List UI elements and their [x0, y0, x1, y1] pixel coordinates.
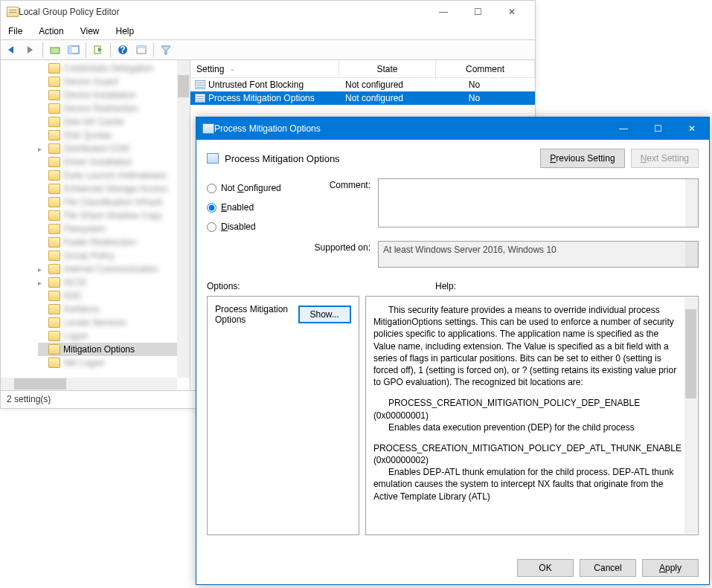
help-panel: This security feature provides a means t…	[365, 296, 699, 535]
setting-state: Not configured	[339, 80, 436, 90]
col-setting[interactable]: Setting⌄	[190, 60, 339, 77]
close-button[interactable]: ✕	[495, 1, 529, 23]
twisty-icon[interactable]: ▸	[38, 279, 45, 287]
folder-icon	[48, 63, 60, 74]
apply-button[interactable]: Apply	[642, 559, 699, 577]
folder-icon	[48, 331, 60, 341]
tree-item[interactable]: ▸Internet Communication	[38, 262, 190, 276]
menu-action[interactable]: Action	[36, 25, 66, 38]
menu-view[interactable]: View	[77, 25, 103, 38]
tree-item[interactable]: Device Guard	[38, 75, 190, 88]
list-row[interactable]: Process Mitigation OptionsNot configured…	[190, 91, 535, 105]
setting-name: Process Mitigation Options	[208, 93, 315, 103]
tree-item[interactable]: Net Logon	[38, 356, 190, 369]
main-titlebar[interactable]: Local Group Policy Editor — ☐ ✕	[1, 1, 535, 23]
tree-item-label: Disk Quotas	[63, 130, 112, 140]
comment-textarea[interactable]	[378, 178, 699, 227]
svg-text:?: ?	[120, 45, 125, 55]
tree-item[interactable]: File Share Shadow Copy	[38, 209, 190, 222]
tree-item-label: Folder Redirection	[63, 237, 136, 248]
tree-item-label: Device Guard	[63, 77, 118, 87]
show-hide-tree-button[interactable]	[65, 42, 82, 58]
tree-item[interactable]: Locale Services	[38, 316, 190, 329]
tree-item[interactable]: Mitigation Options	[38, 343, 190, 356]
tree-item[interactable]: Folder Redirection	[38, 236, 190, 249]
policy-dialog: Process Mitigation Options — ☐ ✕ Process…	[196, 117, 710, 585]
tree-vscrollbar[interactable]	[177, 60, 190, 378]
radio-not-configured[interactable]: Not Configured	[207, 178, 304, 198]
tree-item[interactable]: Driver Installation	[38, 155, 190, 169]
tree-item[interactable]: Kerberos	[38, 303, 190, 316]
tree-pane: Credentials DelegationDevice GuardDevice…	[1, 60, 190, 390]
col-state[interactable]: State	[339, 60, 436, 77]
window-title: Local Group Policy Editor	[19, 7, 426, 17]
sort-indicator-icon: ⌄	[230, 65, 235, 72]
tree-item[interactable]: Disk NV Cache	[38, 115, 190, 129]
dialog-minimize-button[interactable]: —	[606, 117, 641, 140]
help-icon[interactable]: ?	[115, 42, 131, 58]
toolbar: ?	[1, 39, 535, 60]
minimize-button[interactable]: —	[426, 1, 461, 23]
folder-icon	[48, 251, 60, 261]
dialog-titlebar[interactable]: Process Mitigation Options — ☐ ✕	[196, 117, 709, 140]
tree-item[interactable]: Enhanced Storage Access	[38, 182, 190, 196]
previous-setting-button[interactable]: Previous Setting	[540, 149, 624, 168]
setting-icon	[195, 80, 205, 89]
cancel-button[interactable]: Cancel	[580, 559, 636, 577]
filter-icon[interactable]	[158, 42, 174, 58]
folder-icon	[48, 277, 60, 288]
radio-enabled[interactable]: Enabled	[207, 198, 304, 217]
tree-item[interactable]: Filesystem	[38, 222, 190, 236]
tree-hscrollbar[interactable]	[1, 378, 177, 390]
export-button[interactable]	[90, 42, 106, 58]
show-button[interactable]: Show...	[298, 306, 351, 323]
radio-disabled[interactable]: Disabled	[207, 217, 304, 236]
folder-icon	[48, 90, 60, 100]
tree-item[interactable]: ▸Distributed COM	[38, 142, 190, 155]
comment-scrollbar[interactable]	[685, 179, 698, 227]
dialog-close-button[interactable]: ✕	[675, 117, 709, 140]
ok-button[interactable]: OK	[517, 559, 574, 577]
folder-icon	[48, 157, 60, 167]
maximize-button[interactable]: ☐	[461, 1, 495, 23]
col-comment[interactable]: Comment	[436, 60, 535, 77]
properties-button[interactable]	[133, 42, 150, 58]
setting-state: Not configured	[339, 93, 436, 103]
twisty-icon[interactable]: ▸	[38, 145, 45, 153]
folder-icon	[48, 358, 60, 368]
folder-icon	[48, 224, 60, 234]
back-button[interactable]	[4, 42, 20, 58]
dialog-maximize-button[interactable]: ☐	[641, 117, 675, 140]
tree-item[interactable]: Credentials Delegation	[38, 62, 190, 75]
twisty-icon[interactable]: ▸	[38, 265, 45, 274]
folder-icon	[48, 143, 60, 154]
up-button[interactable]	[47, 42, 63, 58]
tree-item[interactable]: File Classification Infrastr	[38, 196, 190, 209]
tree-item[interactable]: Device Redirection	[38, 102, 190, 115]
gpedit-icon	[7, 7, 19, 17]
tree-item-label: Net Logon	[63, 358, 104, 368]
supported-label: Supported on:	[311, 241, 371, 268]
folder-icon	[48, 317, 60, 328]
tree-item-label: Device Installation	[63, 90, 135, 100]
setting-name: Untrusted Font Blocking	[208, 80, 304, 90]
tree-item[interactable]: ▸iSCSI	[38, 276, 190, 289]
tree-item[interactable]: Early Launch Antimalware	[38, 169, 190, 182]
menu-file[interactable]: File	[5, 25, 25, 38]
svg-rect-4	[68, 46, 72, 54]
folder-icon	[48, 170, 60, 181]
tree-item[interactable]: Group Policy	[38, 249, 190, 262]
help-label: Help:	[435, 281, 456, 291]
tree-item[interactable]: Disk Quotas	[38, 129, 190, 142]
forward-button[interactable]	[22, 42, 39, 58]
tree-item-label: Mitigation Options	[63, 344, 135, 355]
supported-scrollbar[interactable]	[685, 242, 698, 267]
tree-item[interactable]: Logon	[38, 329, 190, 343]
tree-item[interactable]: Device Installation	[38, 88, 190, 102]
tree-item-label: Early Launch Antimalware	[63, 170, 167, 181]
folder-icon	[48, 77, 60, 87]
tree-item[interactable]: KDC	[38, 289, 190, 303]
menu-help[interactable]: Help	[113, 25, 138, 38]
list-row[interactable]: Untrusted Font BlockingNot configuredNo	[190, 78, 535, 91]
help-scrollbar[interactable]	[684, 297, 697, 534]
